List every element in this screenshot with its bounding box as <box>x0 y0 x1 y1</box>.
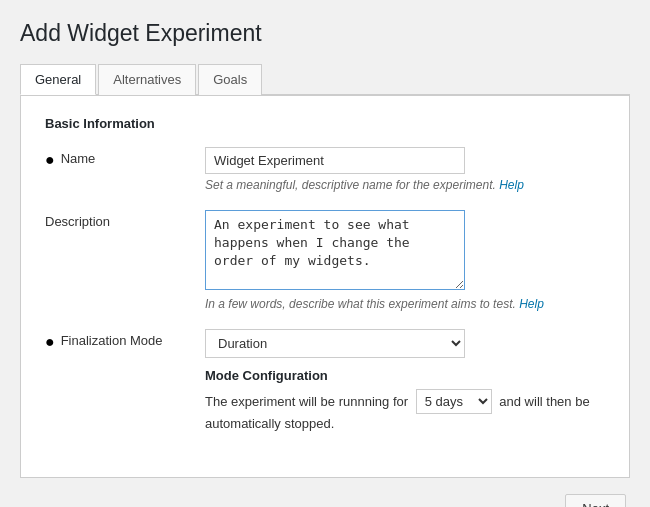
tab-goals[interactable]: Goals <box>198 64 262 95</box>
name-label: ● Name <box>45 147 205 168</box>
description-field: An experiment to see what happens when I… <box>205 210 605 311</box>
days-select[interactable]: 1 day 2 days 3 days 5 days 7 days 14 day… <box>416 389 492 414</box>
finalization-row: ● Finalization Mode Duration Manual Sche… <box>45 329 605 435</box>
name-required-dot: ● <box>45 152 55 168</box>
description-label: Description <box>45 210 205 229</box>
finalization-field: Duration Manual Scheduled Mode Configura… <box>205 329 605 435</box>
mode-config-text: The experiment will be runnning for 1 da… <box>205 389 605 435</box>
name-input[interactable] <box>205 147 465 174</box>
name-hint-link[interactable]: Help <box>499 178 524 192</box>
page-title: Add Widget Experiment <box>20 20 630 47</box>
tab-general[interactable]: General <box>20 64 96 95</box>
tabs-bar: General Alternatives Goals <box>20 63 630 95</box>
description-row: Description An experiment to see what ha… <box>45 210 605 311</box>
description-hint-link[interactable]: Help <box>519 297 544 311</box>
name-row: ● Name Set a meaningful, descriptive nam… <box>45 147 605 192</box>
finalization-select[interactable]: Duration Manual Scheduled <box>205 329 465 358</box>
card: Basic Information ● Name Set a meaningfu… <box>20 95 630 478</box>
description-hint: In a few words, describe what this exper… <box>205 297 605 311</box>
description-textarea[interactable]: An experiment to see what happens when I… <box>205 210 465 290</box>
finalization-required-dot: ● <box>45 334 55 350</box>
name-field: Set a meaningful, descriptive name for t… <box>205 147 605 192</box>
finalization-label: ● Finalization Mode <box>45 329 205 350</box>
next-button[interactable]: Next <box>565 494 626 507</box>
name-hint: Set a meaningful, descriptive name for t… <box>205 178 605 192</box>
mode-config-title: Mode Configuration <box>205 368 605 383</box>
tab-alternatives[interactable]: Alternatives <box>98 64 196 95</box>
bottom-bar: Next <box>20 478 630 507</box>
page-wrapper: Add Widget Experiment General Alternativ… <box>0 0 650 507</box>
section-title: Basic Information <box>45 116 605 131</box>
mode-config: Mode Configuration The experiment will b… <box>205 368 605 435</box>
